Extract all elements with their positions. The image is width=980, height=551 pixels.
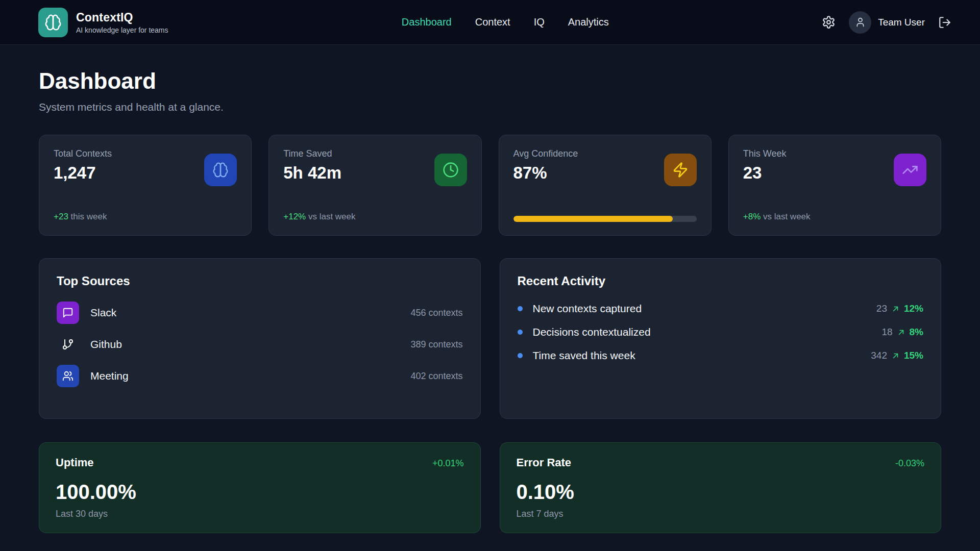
health-label: Error Rate xyxy=(517,456,572,469)
source-count: 402 contexts xyxy=(410,371,462,382)
middle-panels: Top Sources Slack 456 contexts xyxy=(39,258,941,419)
delta-value: +8% xyxy=(743,212,761,221)
activity-bullet xyxy=(518,306,523,311)
user-name: Team User xyxy=(878,17,925,28)
uptime-card: Uptime +0.01% 100.00% Last 30 days xyxy=(39,442,481,533)
user-menu[interactable]: Team User xyxy=(849,11,925,34)
health-card-header: Uptime +0.01% xyxy=(56,456,464,469)
metric-card-this-week: This Week 23 +8% vs last week xyxy=(728,135,941,236)
activity-bullet xyxy=(518,353,523,358)
gear-icon xyxy=(822,15,836,29)
brain-icon xyxy=(44,14,62,31)
health-value: 0.10% xyxy=(517,481,925,504)
health-delta: -0.03% xyxy=(895,458,924,469)
source-icon-tile xyxy=(57,365,79,387)
activity-stats: 342 15% xyxy=(871,350,923,361)
activity-label: New contexts captured xyxy=(533,303,642,315)
logout-button[interactable] xyxy=(938,16,951,29)
trending-up-icon xyxy=(902,162,918,178)
health-period: Last 7 days xyxy=(517,509,925,519)
message-square-icon xyxy=(62,307,74,318)
source-icon-tile xyxy=(57,333,79,356)
activity-row: Time saved this week 342 15% xyxy=(518,349,924,362)
metric-delta-line: +23 this week xyxy=(54,212,237,222)
activity-stats: 18 8% xyxy=(881,327,923,338)
activity-list: New contexts captured 23 12% Decisions c… xyxy=(518,303,924,362)
activity-label: Decisions contextualized xyxy=(533,326,651,338)
health-delta: +0.01% xyxy=(432,458,464,469)
metric-card-time-saved: Time Saved 5h 42m +12% vs last week xyxy=(268,135,481,236)
header-right: Team User xyxy=(822,11,951,34)
activity-pct: 15% xyxy=(904,350,923,361)
delta-value: +12% xyxy=(283,212,306,221)
page-title: Dashboard xyxy=(39,68,941,94)
error-rate-card: Error Rate -0.03% 0.10% Last 7 days xyxy=(500,442,942,533)
source-count: 456 contexts xyxy=(410,308,462,318)
arrow-up-right-icon xyxy=(891,304,900,314)
zap-icon xyxy=(672,162,689,178)
brain-icon xyxy=(212,162,229,178)
metric-delta-line: +12% vs last week xyxy=(283,212,467,222)
source-row-meeting: Meeting 402 contexts xyxy=(57,365,463,387)
metric-icon-tile xyxy=(664,154,697,186)
source-row-github: Github 389 contexts xyxy=(57,333,463,356)
nav-item-iq[interactable]: IQ xyxy=(534,16,545,28)
recent-activity-panel: Recent Activity New contexts captured 23… xyxy=(500,258,942,419)
panel-title: Recent Activity xyxy=(518,274,924,288)
health-cards: Uptime +0.01% 100.00% Last 30 days Error… xyxy=(39,442,941,533)
brand-text: ContextIQ AI knowledge layer for teams xyxy=(76,11,168,34)
health-value: 100.00% xyxy=(56,481,464,504)
metric-delta-line: +8% vs last week xyxy=(743,212,926,222)
source-name: Slack xyxy=(90,307,116,319)
app-header: ContextIQ AI knowledge layer for teams D… xyxy=(0,0,980,45)
activity-value: 23 xyxy=(876,303,887,314)
metric-icon-tile xyxy=(894,154,926,186)
health-label: Uptime xyxy=(56,456,94,469)
confidence-progress-fill xyxy=(513,216,673,222)
brand-tagline: AI knowledge layer for teams xyxy=(76,26,168,34)
user-icon xyxy=(855,17,866,28)
activity-bullet xyxy=(518,330,523,335)
source-name: Github xyxy=(90,338,122,350)
health-card-header: Error Rate -0.03% xyxy=(517,456,925,469)
metric-card-total-contexts: Total Contexts 1,247 +23 this week xyxy=(39,135,252,236)
metric-icon-tile xyxy=(434,154,467,186)
delta-value: +23 xyxy=(54,212,68,221)
brand-logo xyxy=(38,8,68,37)
activity-label: Time saved this week xyxy=(533,349,635,362)
page-subtitle: System metrics and health at a glance. xyxy=(39,101,941,113)
metric-card-avg-confidence: Avg Confidence 87% xyxy=(499,135,712,236)
delta-suffix: vs last week xyxy=(761,212,810,221)
logout-icon xyxy=(938,16,951,29)
activity-value: 18 xyxy=(881,327,892,338)
git-branch-icon xyxy=(62,338,74,350)
health-period: Last 30 days xyxy=(56,509,464,519)
metric-icon-tile xyxy=(204,154,237,186)
delta-suffix: this week xyxy=(68,212,107,221)
main-nav: Dashboard Context IQ Analytics xyxy=(381,16,609,28)
activity-pct: 12% xyxy=(904,303,923,314)
delta-suffix: vs last week xyxy=(306,212,355,221)
users-icon xyxy=(62,370,74,382)
dashboard-main: Dashboard System metrics and health at a… xyxy=(0,45,980,533)
activity-value: 342 xyxy=(871,350,887,361)
activity-stats: 23 12% xyxy=(876,303,923,314)
panel-title: Top Sources xyxy=(57,274,463,288)
source-icon-tile xyxy=(57,302,79,324)
metric-cards: Total Contexts 1,247 +23 this week Time … xyxy=(39,135,941,236)
source-count: 389 contexts xyxy=(410,339,462,350)
nav-item-dashboard[interactable]: Dashboard xyxy=(402,16,452,28)
brand: ContextIQ AI knowledge layer for teams xyxy=(38,8,168,37)
confidence-progress-bar xyxy=(513,216,697,222)
nav-item-analytics[interactable]: Analytics xyxy=(568,16,609,28)
arrow-up-right-icon xyxy=(896,328,906,337)
activity-pct: 8% xyxy=(910,327,923,338)
activity-row: New contexts captured 23 12% xyxy=(518,303,924,315)
arrow-up-right-icon xyxy=(891,351,900,361)
avatar xyxy=(849,11,871,34)
source-row-slack: Slack 456 contexts xyxy=(57,302,463,324)
nav-item-context[interactable]: Context xyxy=(475,16,510,28)
settings-button[interactable] xyxy=(822,15,836,29)
source-list: Slack 456 contexts Github 389 contexts xyxy=(57,302,463,387)
activity-row: Decisions contextualized 18 8% xyxy=(518,326,924,338)
